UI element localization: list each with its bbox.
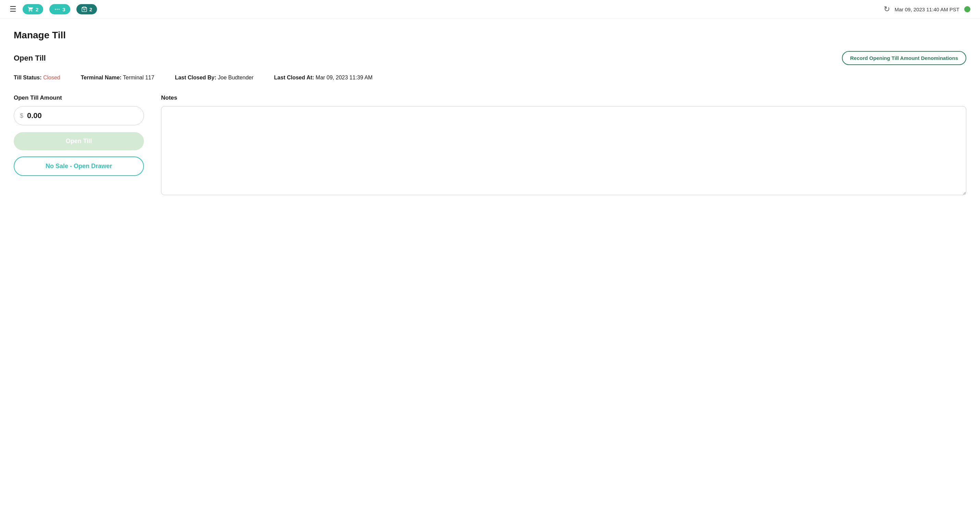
bag-badge-count: 2 — [89, 6, 92, 12]
cart-badge-count: 2 — [36, 6, 38, 12]
last-closed-by-item: Last Closed By: Joe Budtender — [175, 75, 253, 81]
last-closed-by-value: Joe Budtender — [218, 75, 254, 81]
datetime-display: Mar 09, 2023 11:40 AM PST — [895, 6, 959, 12]
bag-icon — [81, 6, 88, 12]
main-content: Manage Till Open Till Record Opening Til… — [0, 19, 980, 208]
header-left: ☰ 2 3 2 — [10, 4, 97, 14]
cart-badge[interactable]: 2 — [22, 4, 43, 14]
orders-icon — [54, 6, 60, 12]
amount-input-wrap: $ — [14, 106, 144, 125]
terminal-name-value: Terminal 117 — [123, 75, 154, 81]
svg-point-1 — [57, 9, 58, 10]
till-status-item: Till Status: Closed — [14, 75, 60, 81]
notes-field-label: Notes — [161, 95, 966, 102]
dollar-sign-icon: $ — [20, 112, 23, 119]
menu-icon[interactable]: ☰ — [10, 5, 16, 13]
notes-textarea[interactable] — [161, 106, 966, 195]
till-status-closed: Closed — [43, 75, 60, 81]
refresh-icon[interactable]: ↻ — [884, 5, 890, 14]
orders-badge-count: 3 — [62, 6, 65, 12]
page-title: Manage Till — [14, 30, 966, 41]
status-row: Till Status: Closed Terminal Name: Termi… — [14, 75, 966, 81]
record-denominations-button[interactable]: Record Opening Till Amount Denominations — [842, 51, 966, 65]
section-header: Open Till Record Opening Till Amount Den… — [14, 51, 966, 65]
last-closed-at-item: Last Closed At: Mar 09, 2023 11:39 AM — [274, 75, 373, 81]
terminal-name-item: Terminal Name: Terminal 117 — [81, 75, 154, 81]
form-row: Open Till Amount $ Open Till No Sale - O… — [14, 95, 966, 197]
last-closed-by-label: Last Closed By: — [175, 75, 216, 81]
header-right: ↻ Mar 09, 2023 11:40 AM PST — [884, 5, 970, 14]
bag-badge[interactable]: 2 — [76, 4, 97, 14]
section-title: Open Till — [14, 54, 46, 63]
orders-badge[interactable]: 3 — [49, 4, 70, 14]
form-left-panel: Open Till Amount $ Open Till No Sale - O… — [14, 95, 144, 176]
last-closed-at-value: Mar 09, 2023 11:39 AM — [316, 75, 372, 81]
connection-status-dot — [964, 6, 970, 12]
form-right-panel: Notes — [161, 95, 966, 197]
cart-icon — [27, 6, 33, 12]
no-sale-open-drawer-button[interactable]: No Sale - Open Drawer — [14, 157, 144, 176]
open-till-amount-input[interactable] — [14, 106, 144, 125]
svg-point-0 — [55, 9, 56, 10]
last-closed-at-label: Last Closed At: — [274, 75, 314, 81]
app-header: ☰ 2 3 2 ↻ Mar 09, 2023 11:40 AM PST — [0, 0, 980, 19]
amount-field-label: Open Till Amount — [14, 95, 144, 102]
till-status-label: Till Status: — [14, 75, 42, 81]
svg-point-2 — [59, 9, 60, 10]
open-till-button[interactable]: Open Till — [14, 132, 144, 150]
terminal-name-label: Terminal Name: — [81, 75, 122, 81]
